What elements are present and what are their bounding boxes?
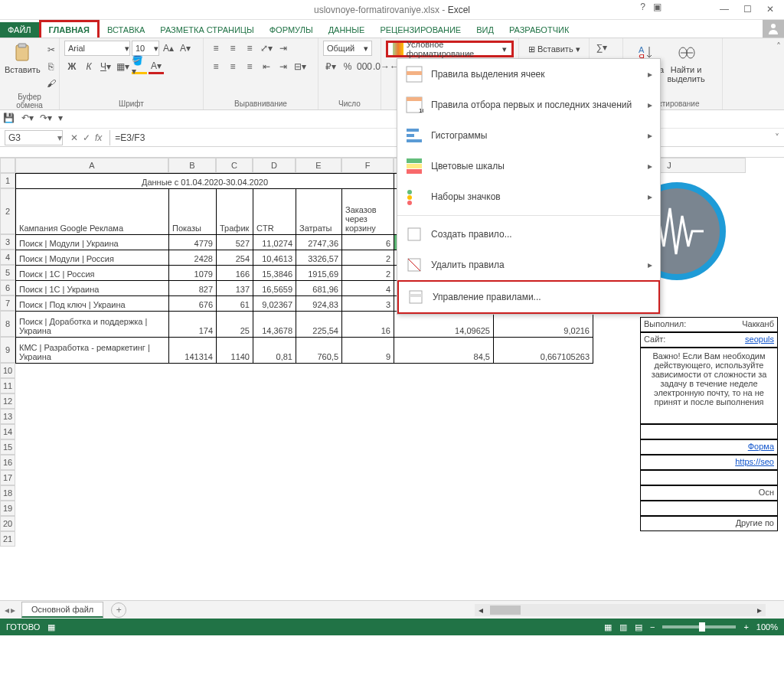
fill-color-icon[interactable]: 🪣▾ [132, 59, 147, 74]
sheet-nav-prev-icon[interactable]: ◂ [5, 605, 9, 615]
wrap-text-icon[interactable]: ⇥ [276, 41, 291, 56]
form-link[interactable]: Форма [748, 442, 774, 452]
select-all-corner[interactable] [0, 158, 15, 173]
row-header[interactable]: 18 [0, 485, 15, 501]
site-link[interactable]: seopuls [745, 335, 774, 345]
column-header[interactable]: E [296, 158, 341, 173]
conditional-formatting-button[interactable]: Условное форматирование▾ [386, 41, 514, 57]
column-header[interactable]: D [253, 158, 296, 173]
column-header[interactable]: A [15, 158, 168, 173]
decrease-font-icon[interactable]: A▾ [178, 41, 193, 56]
row-header[interactable]: 14 [0, 424, 15, 439]
row-header[interactable]: 19 [0, 501, 15, 516]
number-format-select[interactable]: Общий▾ [323, 41, 372, 56]
cf-color-scales[interactable]: Цветовые шкалы▸ [397, 151, 660, 181]
align-center-icon[interactable]: ≡ [225, 59, 240, 74]
orientation-icon[interactable]: ⤢▾ [259, 41, 274, 56]
maximize-icon[interactable]: ☐ [737, 2, 758, 17]
font-name-select[interactable]: Arial▾ [64, 41, 130, 56]
zoom-in-icon[interactable]: + [743, 622, 748, 632]
percent-icon[interactable]: % [340, 59, 355, 74]
font-size-select[interactable]: 10▾ [132, 41, 159, 56]
macro-record-icon[interactable]: ▦ [47, 622, 55, 632]
increase-indent-icon[interactable]: ⇥ [276, 59, 291, 74]
sheet-nav-next-icon[interactable]: ▸ [11, 605, 15, 615]
tab-formulas[interactable]: ФОРМУЛЫ [262, 22, 321, 38]
cf-manage-rules[interactable]: Управление правилами... [397, 280, 660, 314]
view-page-layout-icon[interactable]: ▥ [619, 622, 627, 632]
format-painter-icon[interactable]: 🖌 [44, 76, 59, 91]
fx-icon[interactable]: fx [95, 132, 102, 143]
underline-icon[interactable]: Ч▾ [98, 59, 113, 74]
redo-icon[interactable]: ↷▾ [40, 113, 54, 126]
cf-new-rule[interactable]: Создать правило... [397, 219, 660, 250]
expand-formula-bar-icon[interactable]: ˅ [770, 132, 784, 143]
copy-icon[interactable]: ⎘ [44, 59, 59, 74]
enter-formula-icon[interactable]: ✓ [83, 132, 90, 143]
name-box[interactable]: G3▾ [5, 130, 63, 145]
undo-icon[interactable]: ↶▾ [21, 113, 35, 126]
add-sheet-button[interactable]: + [111, 602, 126, 618]
italic-icon[interactable]: К [81, 59, 96, 74]
row-header[interactable]: 4 [0, 250, 15, 265]
column-header[interactable]: C [216, 158, 253, 173]
row-header[interactable]: 7 [0, 295, 15, 311]
row-header[interactable]: 10 [0, 363, 15, 378]
row-header[interactable]: 5 [0, 265, 15, 280]
sheet-tab-main[interactable]: Основной файл [21, 602, 103, 618]
horizontal-scrollbar[interactable]: ◂▸ [475, 604, 766, 616]
currency-icon[interactable]: ₽▾ [323, 59, 338, 74]
tab-review[interactable]: РЕЦЕНЗИРОВАНИЕ [372, 22, 469, 38]
tab-developer[interactable]: РАЗРАБОТЧИК [501, 22, 577, 38]
account-icon[interactable] [763, 19, 784, 38]
tab-view[interactable]: ВИД [469, 22, 501, 38]
tab-file[interactable]: ФАЙЛ [0, 22, 39, 38]
row-header[interactable]: 1 [0, 173, 15, 188]
cf-clear-rules[interactable]: Удалить правила▸ [397, 250, 660, 280]
save-icon[interactable]: 💾 [3, 113, 17, 126]
view-normal-icon[interactable]: ▦ [604, 622, 612, 632]
seo-link[interactable]: https://seo [735, 457, 774, 468]
column-header[interactable]: F [341, 158, 394, 173]
increase-font-icon[interactable]: A▴ [161, 41, 176, 56]
paste-button[interactable]: Вставить [5, 41, 41, 74]
row-header[interactable]: 13 [0, 409, 15, 424]
row-header[interactable]: 17 [0, 470, 15, 485]
row-header[interactable]: 11 [0, 378, 15, 393]
insert-cells-button[interactable]: ⊞Вставить▾ [524, 41, 585, 57]
row-header[interactable]: 15 [0, 439, 15, 455]
worksheet-area[interactable]: ABCDEFJ 12345678910111213141516171819202… [0, 147, 784, 600]
cf-highlight-rules[interactable]: Правила выделения ячеек▸ [397, 59, 660, 90]
collapse-ribbon-icon[interactable]: ˄ [776, 41, 781, 52]
cf-data-bars[interactable]: Гистограммы▸ [397, 120, 660, 151]
row-header[interactable]: 21 [0, 531, 15, 547]
align-top-icon[interactable]: ≡ [208, 41, 224, 56]
tab-page-layout[interactable]: РАЗМЕТКА СТРАНИЦЫ [152, 22, 261, 38]
find-select-button[interactable]: Найти и выделить [668, 41, 704, 83]
font-color-icon[interactable]: A▾ [149, 59, 164, 74]
cut-icon[interactable]: ✂ [44, 42, 59, 57]
autosum-icon[interactable]: ∑▾ [594, 41, 609, 54]
zoom-out-icon[interactable]: − [650, 622, 655, 632]
row-header[interactable]: 8 [0, 311, 15, 337]
zoom-level[interactable]: 100% [756, 622, 778, 632]
borders-icon[interactable]: ▦▾ [115, 59, 130, 74]
column-header[interactable]: B [168, 158, 216, 173]
row-header[interactable]: 2 [0, 188, 15, 234]
tab-home[interactable]: ГЛАВНАЯ [39, 20, 100, 38]
help-icon[interactable]: ? [640, 2, 645, 12]
row-header[interactable]: 6 [0, 280, 15, 295]
comma-icon[interactable]: 000 [357, 59, 372, 74]
qat-customize-icon[interactable]: ▾ [58, 113, 72, 126]
ribbon-display-icon[interactable]: ▣ [653, 2, 662, 12]
align-bottom-icon[interactable]: ≡ [242, 41, 257, 56]
row-header[interactable]: 12 [0, 393, 15, 409]
align-middle-icon[interactable]: ≡ [225, 41, 240, 56]
tab-insert[interactable]: ВСТАВКА [100, 22, 152, 38]
row-header[interactable]: 3 [0, 234, 15, 250]
cancel-formula-icon[interactable]: ✕ [70, 132, 78, 143]
decrease-indent-icon[interactable]: ⇤ [259, 59, 274, 74]
row-header[interactable]: 16 [0, 455, 15, 470]
row-header[interactable]: 20 [0, 516, 15, 531]
cf-icon-sets[interactable]: Наборы значков▸ [397, 181, 660, 212]
